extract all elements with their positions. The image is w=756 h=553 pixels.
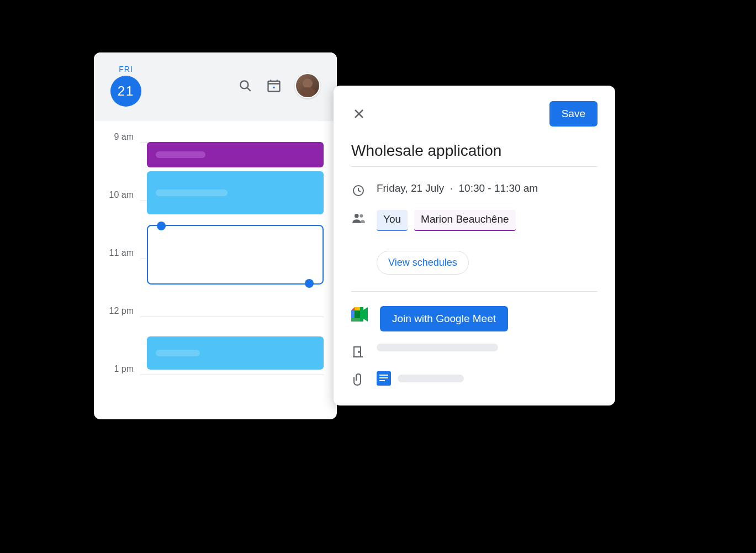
time-label: 12 pm (107, 306, 140, 316)
svg-rect-13 (351, 310, 355, 318)
event-datetime[interactable]: Friday, 21 July · 10:30 - 11:30 am (377, 182, 598, 194)
docs-icon[interactable] (377, 371, 391, 386)
room-icon (351, 345, 366, 359)
svg-line-1 (247, 88, 251, 91)
slot-resize-handle-top[interactable] (157, 222, 166, 230)
attendees-list: You Marion Beauchêne (377, 210, 598, 231)
calendar-event-blue[interactable] (147, 171, 324, 214)
attendee-chip-other[interactable]: Marion Beauchêne (414, 210, 516, 231)
event-title-input[interactable]: Wholesale application (351, 142, 598, 167)
active-time-slot[interactable] (147, 225, 324, 285)
view-schedules-button[interactable]: View schedules (377, 251, 469, 275)
calendar-header: FRI 21 (94, 52, 337, 121)
user-avatar[interactable] (295, 73, 320, 98)
time-label: 1 pm (107, 364, 140, 374)
day-number: 21 (110, 76, 141, 107)
svg-point-20 (358, 351, 360, 352)
slot-resize-handle-bottom[interactable] (305, 279, 314, 288)
search-icon[interactable] (237, 78, 253, 93)
day-of-week-label: FRI (119, 65, 133, 73)
calendar-event-purple[interactable] (147, 142, 324, 167)
time-label: 11 am (107, 248, 140, 258)
calendar-grid[interactable]: 9 am 10 am 11 am 12 pm 1 pm (94, 121, 337, 419)
people-icon (351, 211, 366, 225)
svg-rect-16 (360, 307, 363, 322)
location-placeholder[interactable] (377, 344, 498, 351)
join-meet-button[interactable]: Join with Google Meet (380, 306, 508, 331)
svg-point-6 (273, 87, 275, 89)
calendar-day-view: FRI 21 (94, 52, 337, 419)
calendar-today-icon[interactable] (266, 78, 282, 93)
time-label: 9 am (107, 132, 140, 142)
time-label: 10 am (107, 190, 140, 200)
svg-rect-15 (355, 310, 360, 318)
attachment-icon (351, 372, 366, 387)
attendee-chip-you[interactable]: You (377, 210, 408, 231)
svg-point-10 (355, 214, 359, 218)
date-badge[interactable]: FRI 21 (110, 65, 141, 107)
svg-point-0 (240, 81, 248, 88)
divider (351, 291, 598, 292)
event-detail-panel: Save Wholesale application Friday, 21 Ju… (334, 86, 615, 405)
svg-rect-14 (351, 318, 360, 322)
google-meet-icon (351, 307, 369, 322)
save-button[interactable]: Save (549, 101, 598, 127)
svg-point-11 (360, 214, 363, 218)
calendar-event-blue[interactable] (147, 336, 324, 370)
svg-rect-2 (268, 81, 280, 92)
svg-rect-12 (355, 307, 360, 310)
attachment-placeholder[interactable] (398, 375, 464, 382)
clock-icon (351, 183, 366, 198)
close-icon[interactable] (351, 106, 367, 122)
